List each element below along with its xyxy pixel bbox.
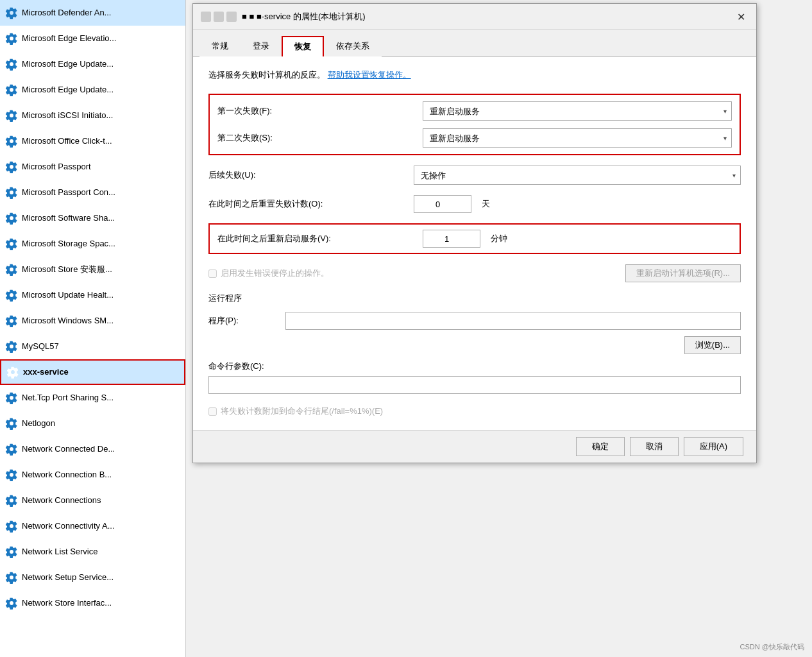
gear-icon: [5, 6, 18, 19]
first-failure-label: 第一次失败(F):: [217, 105, 423, 117]
cancel-button[interactable]: 取消: [630, 437, 679, 456]
service-name-net-tcp: Net.Tcp Port Sharing S...: [22, 393, 114, 404]
tab-bar: 常规 登录 恢复 依存关系: [193, 30, 756, 56]
service-item-ms-update-heal[interactable]: Microsoft Update Healt...: [0, 282, 185, 308]
subsequent-failure-row: 后续失败(U): 无操作 重新启动服务 重新启动计算机 运行程序 ▾: [208, 166, 741, 185]
watermark: CSDN @快乐敲代码: [740, 642, 804, 652]
tab-general[interactable]: 常规: [199, 36, 241, 56]
service-name-netlogon: Netlogon: [22, 418, 55, 429]
ok-button[interactable]: 确定: [576, 437, 625, 456]
service-item-ms-defender[interactable]: Microsoft Defender An...: [0, 0, 185, 26]
gear-icon: [5, 58, 18, 71]
subsequent-failure-label: 后续失败(U):: [208, 169, 414, 181]
service-name-net-connections: Network Connections: [22, 495, 101, 506]
service-name-net-connected: Network Connected De...: [22, 444, 115, 455]
service-item-net-setup[interactable]: Network Setup Service...: [0, 565, 185, 590]
service-item-ms-software-sha[interactable]: Microsoft Software Sha...: [0, 205, 185, 231]
close-button[interactable]: ✕: [733, 9, 749, 24]
service-item-ms-edge-update1[interactable]: Microsoft Edge Update...: [0, 51, 185, 77]
program-input[interactable]: [285, 312, 741, 330]
service-name-ms-storage-spa: Microsoft Storage Spac...: [22, 239, 115, 250]
append-fail-checkbox[interactable]: [208, 407, 217, 416]
gear-icon: [5, 237, 18, 250]
enable-stop-row: 启用发生错误便停止的操作。 重新启动计算机选项(R)...: [208, 264, 741, 282]
gear-icon: [6, 366, 19, 379]
service-item-ms-storage-spa[interactable]: Microsoft Storage Spac...: [0, 231, 185, 257]
service-name-net-connection: Network Connection B...: [22, 470, 112, 481]
reset-count-label: 在此时间之后重置失败计数(O):: [208, 198, 414, 210]
gear-icon: [5, 571, 18, 584]
service-item-ms-passport[interactable]: Microsoft Passport: [0, 154, 185, 180]
service-name-mysql57: MySQL57: [22, 341, 59, 352]
gear-icon: [5, 468, 18, 481]
service-name-ms-software-sha: Microsoft Software Sha...: [22, 213, 115, 224]
service-name-ms-passport: Microsoft Passport: [22, 162, 91, 173]
gear-icon: [5, 391, 18, 404]
restart-service-input[interactable]: [423, 230, 480, 248]
restart-service-group: 在此时间之后重新启动服务(V): 分钟: [208, 223, 741, 254]
title-bar: ■ ■ ■-service 的属性(本地计算机) ✕: [193, 4, 756, 30]
tab-recovery[interactable]: 恢复: [282, 36, 324, 56]
service-item-netlogon[interactable]: Netlogon: [0, 411, 185, 436]
service-item-xxx-service[interactable]: xxx-service: [0, 359, 185, 385]
restart-service-label: 在此时间之后重新启动服务(V):: [217, 233, 423, 244]
tab-login[interactable]: 登录: [241, 36, 282, 56]
service-name-ms-windows-sm: Microsoft Windows SM...: [22, 316, 114, 327]
service-name-ms-iscsi: Microsoft iSCSI Initiato...: [22, 110, 113, 121]
service-item-ms-office[interactable]: Microsoft Office Click-t...: [0, 128, 185, 154]
tab-dependencies[interactable]: 依存关系: [324, 36, 382, 56]
restart-computer-btn: 重新启动计算机选项(R)...: [625, 264, 741, 282]
subsequent-failure-select[interactable]: 无操作 重新启动服务 重新启动计算机 运行程序: [414, 166, 741, 185]
gear-icon: [5, 83, 18, 96]
first-failure-select[interactable]: 重新启动服务 无操作 重新启动计算机 运行程序: [423, 101, 732, 121]
second-failure-select[interactable]: 重新启动服务 无操作 重新启动计算机 运行程序: [423, 128, 732, 148]
first-failure-control[interactable]: 重新启动服务 无操作 重新启动计算机 运行程序 ▾: [423, 101, 732, 121]
browse-button[interactable]: 浏览(B)...: [684, 336, 741, 354]
second-failure-control[interactable]: 重新启动服务 无操作 重新启动计算机 运行程序 ▾: [423, 128, 732, 148]
gear-icon: [5, 263, 18, 276]
service-name-ms-edge-update2: Microsoft Edge Update...: [22, 85, 114, 96]
reset-count-row: 在此时间之后重置失败计数(O): 天: [208, 195, 741, 213]
restart-service-row: 在此时间之后重新启动服务(V): 分钟: [217, 230, 732, 248]
service-item-net-list[interactable]: Network List Service: [0, 539, 185, 565]
cmd-params-input[interactable]: [208, 376, 741, 394]
subsequent-failure-control[interactable]: 无操作 重新启动服务 重新启动计算机 运行程序 ▾: [414, 166, 741, 185]
service-item-mysql57[interactable]: MySQL57: [0, 334, 185, 359]
cmd-params-label: 命令行参数(C):: [208, 361, 741, 372]
gear-icon: [5, 135, 18, 148]
service-item-ms-windows-sm[interactable]: Microsoft Windows SM...: [0, 308, 185, 334]
service-item-net-tcp[interactable]: Net.Tcp Port Sharing S...: [0, 385, 185, 411]
service-name-ms-store: Microsoft Store 安装服...: [22, 264, 112, 275]
service-item-net-connected[interactable]: Network Connected De...: [0, 436, 185, 462]
apply-button[interactable]: 应用(A): [684, 437, 743, 456]
service-name-ms-defender: Microsoft Defender An...: [22, 8, 111, 19]
service-name-ms-update-heal: Microsoft Update Healt...: [22, 290, 114, 301]
help-link[interactable]: 帮助我设置恢复操作。: [328, 70, 411, 80]
service-item-ms-passport-con[interactable]: Microsoft Passport Con...: [0, 180, 185, 205]
reset-count-input[interactable]: [414, 195, 471, 213]
service-item-net-connections[interactable]: Network Connections: [0, 488, 185, 513]
services-list[interactable]: Microsoft Defender An...Microsoft Edge E…: [0, 0, 186, 657]
service-item-net-connectivity[interactable]: Network Connectivity A...: [0, 513, 185, 539]
service-item-ms-store[interactable]: Microsoft Store 安装服...: [0, 257, 185, 282]
service-item-net-connection[interactable]: Network Connection B...: [0, 462, 185, 488]
service-item-ms-iscsi[interactable]: Microsoft iSCSI Initiato...: [0, 103, 185, 128]
reset-count-inputs: 天: [414, 195, 490, 213]
restart-service-unit: 分钟: [491, 233, 507, 244]
gear-icon: [5, 160, 18, 173]
gear-icon: [5, 340, 18, 353]
failure-group: 第一次失败(F): 重新启动服务 无操作 重新启动计算机 运行程序 ▾ 第二次失…: [208, 94, 741, 155]
title-bar-icons: [201, 12, 237, 22]
service-name-net-list: Network List Service: [22, 547, 97, 558]
service-name-xxx-service: xxx-service: [23, 367, 69, 378]
service-item-ms-edge-elev[interactable]: Microsoft Edge Elevatio...: [0, 26, 185, 51]
right-area: ■ ■ ■-service 的属性(本地计算机) ✕ 常规 登录 恢复 依存关系…: [186, 0, 812, 657]
enable-stop-label[interactable]: 启用发生错误便停止的操作。: [208, 268, 329, 279]
service-item-net-store[interactable]: Network Store Interfac...: [0, 590, 185, 616]
program-row: 程序(P):: [208, 312, 741, 330]
service-item-ms-edge-update2[interactable]: Microsoft Edge Update...: [0, 77, 185, 103]
enable-stop-checkbox[interactable]: [208, 269, 217, 278]
service-name-net-setup: Network Setup Service...: [22, 572, 114, 583]
service-name-net-store: Network Store Interfac...: [22, 598, 112, 609]
gear-icon: [5, 494, 18, 507]
